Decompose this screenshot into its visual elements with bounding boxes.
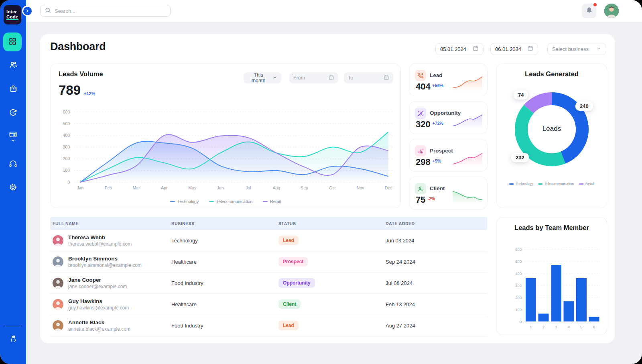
table-row[interactable]: Guy Hawkins guy.hawkinsl@example.com Hea… — [50, 294, 487, 315]
table-row[interactable]: Jane Cooper jane.cooper@example.com Food… — [50, 272, 487, 294]
period-select[interactable]: This month — [244, 72, 281, 83]
col-full-name: FULL NAME — [50, 221, 169, 226]
svg-text:Nov: Nov — [357, 185, 364, 190]
stat-delta: +5% — [433, 159, 441, 163]
notifications-button[interactable] — [582, 4, 596, 18]
svg-text:6: 6 — [593, 325, 595, 329]
main-panel: Dashboard 05.01.2024 06.01.2024 Select b… — [40, 34, 615, 343]
chevron-down-icon — [596, 46, 601, 52]
person-cell: Jane Cooper jane.cooper@example.com — [50, 277, 169, 289]
wallet-icon — [8, 130, 18, 144]
col-business: BUSINESS — [169, 221, 276, 226]
to-date-picker[interactable]: To — [344, 72, 393, 83]
calendar-icon — [527, 45, 533, 53]
sidebar-item-support[interactable] — [0, 155, 26, 174]
svg-text:300: 300 — [63, 144, 70, 149]
leads-by-team-card: Leads by Team Member 0100200300400500600… — [496, 217, 607, 335]
stat-value: 320+72% — [416, 119, 443, 130]
sidebar-item-history[interactable] — [0, 104, 26, 123]
dashboard-grid-icon — [8, 37, 17, 47]
status-badge: Lead — [278, 321, 299, 330]
status-badge: Opportunity — [278, 278, 315, 288]
person-cell: Brooklyn Simmons brooklyn.simmonsl@examp… — [50, 256, 169, 268]
leads-by-team-title: Leads by Team Member — [497, 224, 607, 232]
table-row[interactable]: Annette Black annette.black@example.com … — [50, 315, 487, 336]
full-name: Annette Black — [68, 319, 130, 325]
date-cell: Sep 24 2024 — [383, 259, 487, 265]
person-cell: Guy Hawkins guy.hawkinsl@example.com — [50, 298, 169, 311]
svg-text:600: 600 — [515, 247, 522, 252]
full-name: Brooklyn Simmons — [68, 256, 142, 262]
table-row[interactable]: Theresa Webb theresa.webbl@example.com T… — [50, 230, 487, 251]
stat-card-opportunity: Opportunity 320+72% — [409, 101, 488, 134]
svg-text:Mar: Mar — [133, 185, 140, 190]
person-scan-icon — [415, 108, 426, 119]
svg-text:5: 5 — [580, 325, 582, 329]
svg-text:200: 200 — [515, 295, 522, 300]
sidebar-collapse-button[interactable] — [22, 6, 33, 16]
donut-value-retail: 74 — [514, 90, 528, 100]
date-from-value: 05.01.2024 — [440, 46, 466, 52]
business-select[interactable]: Select business — [547, 43, 606, 55]
stat-delta: +72% — [433, 121, 443, 126]
history-clock-icon — [8, 108, 18, 119]
sparkline — [452, 73, 483, 91]
svg-text:300: 300 — [515, 283, 522, 288]
table-row[interactable]: Brooklyn Simmons brooklyn.simmonsl@examp… — [50, 251, 487, 272]
leads-volume-card: Leads Volume This month From To 789 — [50, 63, 401, 208]
svg-text:500: 500 — [63, 121, 70, 126]
svg-text:500: 500 — [515, 259, 522, 264]
date-cell: Aug 27 2024 — [383, 323, 487, 329]
search-field — [40, 5, 171, 17]
search-icon — [45, 7, 51, 15]
svg-text:200: 200 — [63, 156, 70, 161]
stat-delta: +56% — [433, 83, 443, 88]
legend-item: Technology — [170, 199, 199, 204]
name-email: Guy Hawkins guy.hawkinsl@example.com — [68, 298, 129, 311]
intercode-logo[interactable]: Inter Code — [4, 5, 21, 24]
period-value: This month — [248, 72, 269, 83]
status-badge: Prospect — [278, 257, 308, 266]
svg-text:Jul: Jul — [246, 185, 251, 190]
sidebar-item-business[interactable] — [0, 80, 26, 99]
col-date-added: DATE ADDED — [383, 221, 487, 226]
sidebar-item-brand-mark[interactable] — [0, 330, 26, 349]
search-input[interactable] — [55, 8, 166, 14]
full-name: Jane Cooper — [68, 277, 127, 283]
date-from-picker[interactable]: 05.01.2024 — [435, 43, 484, 55]
svg-text:Aug: Aug — [272, 185, 280, 190]
person-cell: Theresa Webb theresa.webbl@example.com — [50, 234, 169, 247]
col-status: STATUS — [276, 221, 383, 226]
svg-text:Oct: Oct — [329, 185, 335, 190]
profile-avatar[interactable] — [604, 4, 619, 18]
avatar — [53, 278, 63, 289]
svg-text:Sep: Sep — [301, 185, 308, 190]
sidebar-item-settings[interactable] — [0, 178, 26, 197]
leads-volume-title: Leads Volume — [59, 70, 103, 78]
status-cell: Client — [276, 299, 383, 309]
full-name: Guy Hawkins — [68, 298, 129, 304]
svg-text:600: 600 — [63, 110, 70, 114]
from-date-picker[interactable]: From — [289, 72, 338, 83]
from-placeholder: From — [293, 75, 305, 81]
logo-line2: Code — [6, 14, 21, 20]
stat-value: 298+5% — [416, 157, 441, 167]
page-title: Dashboard — [50, 41, 106, 53]
sparkline — [452, 111, 483, 129]
stat-value: 75-2% — [416, 195, 435, 205]
status-badge: Lead — [278, 236, 299, 245]
sidebar-item-dashboard[interactable] — [3, 33, 22, 51]
stat-label: Prospect — [430, 148, 453, 154]
name-email: Annette Black annette.black@example.com — [68, 319, 130, 332]
legend-dash — [170, 201, 175, 202]
svg-text:400: 400 — [515, 271, 522, 276]
date-cell: Jul 06 2024 — [383, 280, 487, 286]
svg-text:May: May — [188, 185, 197, 190]
sidebar-item-contacts[interactable] — [0, 56, 26, 75]
stat-label: Client — [430, 185, 445, 191]
date-to-picker[interactable]: 06.01.2024 — [490, 43, 538, 55]
sidebar-item-payments[interactable] — [0, 128, 26, 147]
leads-generated-card: Leads Generated Leads 74 240 232 Technol… — [496, 63, 607, 208]
notification-badge — [593, 2, 597, 7]
status-cell: Opportunity — [276, 278, 383, 288]
